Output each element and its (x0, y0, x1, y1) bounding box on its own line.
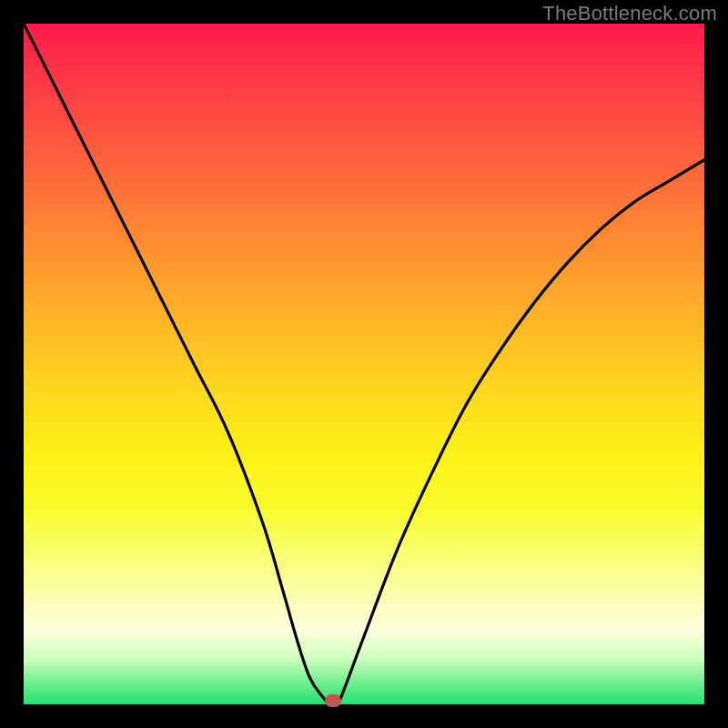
plot-area (24, 24, 704, 704)
chart-frame: TheBottleneck.com (0, 0, 728, 728)
watermark-text: TheBottleneck.com (542, 2, 717, 25)
bottleneck-curve (24, 24, 704, 704)
optimal-point-marker (325, 694, 341, 707)
